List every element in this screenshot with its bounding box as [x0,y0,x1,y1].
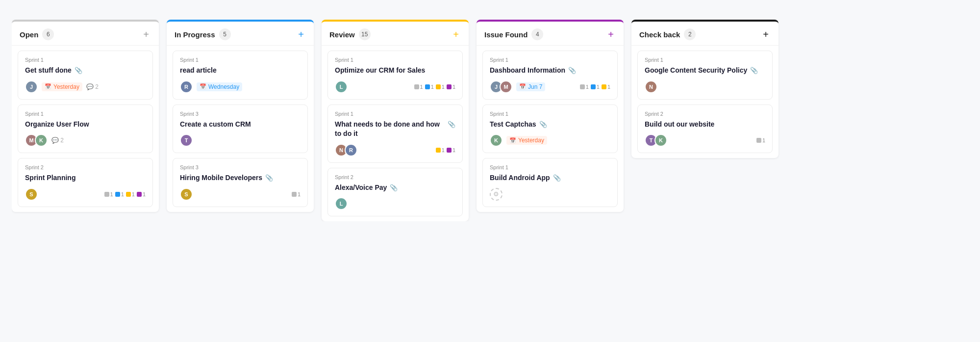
card-footer: ⚙ [490,188,610,201]
card[interactable]: Sprint 1Test Captchas📎K📅Yesterday [482,105,618,154]
card-title: Test Captchas [490,120,536,130]
card-sprint: Sprint 1 [645,57,765,63]
card-title: Create a custom CRM [180,120,251,130]
card[interactable]: Sprint 1Build Android App📎⚙ [482,158,618,207]
card[interactable]: Sprint 1Optimize our CRM for SalesL1111 [327,51,463,100]
card[interactable]: Sprint 1Organize User FlowMK💬 2 [18,105,153,154]
column-title-open: Open [20,30,38,39]
cards-in-progress: Sprint 1read articleR📅WednesdaySprint 3C… [167,46,314,212]
tag-dot: 1 [580,84,589,90]
column-check-back: Check back2+Sprint 1Google Content Secur… [631,20,779,158]
avatar: K [654,134,667,147]
avatar: R [180,80,193,93]
calendar-icon: 📅 [45,83,51,90]
card-footer: S1 [180,188,301,201]
avatar: J [25,80,38,93]
add-card-button-issue-found[interactable]: + [606,29,616,39]
tag-dot: 1 [126,191,135,197]
column-header-check-back: Check back2+ [631,22,779,46]
attachment-icon: 📎 [539,121,547,128]
tag-dot: 1 [447,84,455,90]
card-title: Google Content Security Policy [645,66,747,76]
comment-badge: 💬 2 [51,137,64,144]
calendar-icon: 📅 [200,83,206,90]
column-title-check-back: Check back [639,30,680,39]
card-footer: NR11 [335,144,455,157]
card-title-row: read article [180,66,301,76]
card[interactable]: Sprint 2Alexa/Voice Pay📎L [327,168,463,217]
card-title: Build Android App [490,173,550,183]
avatar-group: J [25,80,38,93]
card-title: Optimize our CRM for Sales [335,66,425,76]
card-footer: N [645,80,765,93]
card-title: What needs to be done and how to do it [335,120,445,139]
card-title: Organize User Flow [25,120,89,130]
avatar-group: NR [335,144,357,157]
tag-dot: 1 [602,84,610,90]
tag-dot: 1 [292,191,301,197]
card-title-row: Alexa/Voice Pay📎 [335,183,455,193]
avatar: K [490,134,503,147]
avatar: T [180,134,193,147]
tag-dot: 1 [137,191,146,197]
card-sprint: Sprint 1 [25,111,146,117]
add-card-button-open[interactable]: + [141,29,151,39]
column-header-issue-found: Issue Found4+ [477,22,624,46]
avatar: S [180,188,193,201]
tag-dot: 1 [414,84,423,90]
add-card-button-check-back[interactable]: + [761,29,771,39]
card[interactable]: Sprint 2Sprint PlanningS1111 [18,158,153,207]
card-title: Hiring Mobile Developers [180,173,262,183]
avatar-group: L [335,197,348,210]
card[interactable]: Sprint 3Create a custom CRMT [173,105,308,154]
card[interactable]: Sprint 2Build out our websiteTK1 [637,105,773,154]
date-text: Jun 7 [528,83,542,90]
avatar-group: R [180,80,193,93]
column-title-review: Review [329,30,355,39]
date-badge: 📅Yesterday [506,136,547,145]
tag-dot: 1 [104,191,113,197]
column-count-check-back: 2 [684,28,696,40]
column-header-in-progress: In Progress5+ [167,22,314,46]
card[interactable]: Sprint 1Dashboard Information📎JM📅Jun 711… [482,51,618,100]
card-title-row: What needs to be done and how to do it📎 [335,120,455,139]
card-title-row: Organize User Flow [25,120,146,130]
calendar-icon: 📅 [509,137,516,144]
avatar-group: S [25,188,38,201]
card-title-row: Dashboard Information📎 [490,66,610,76]
card-title-row: Optimize our CRM for Sales [335,66,455,76]
card[interactable]: Sprint 1read articleR📅Wednesday [173,51,308,100]
avatar-group: MK [25,134,48,147]
card-footer: JM📅Jun 7111 [490,80,610,93]
card-title: Dashboard Information [490,66,565,76]
tag-dots: 111 [580,84,610,90]
card[interactable]: Sprint 1Get stuff done📎J📅Yesterday💬 2 [18,51,153,100]
card-title-row: Google Content Security Policy📎 [645,66,765,76]
avatar: N [645,80,657,93]
add-card-button-review[interactable]: + [451,29,461,39]
card-sprint: Sprint 2 [25,164,146,170]
card-sprint: Sprint 2 [645,111,765,117]
attachment-icon: 📎 [750,67,758,74]
tag-dots: 1 [292,191,301,197]
calendar-icon: 📅 [519,83,526,90]
tag-dot: 1 [447,147,455,153]
card[interactable]: Sprint 1What needs to be done and how to… [327,105,463,163]
card-title-row: Get stuff done📎 [25,66,146,76]
card-footer: T [180,134,301,147]
date-badge: 📅Wednesday [197,82,242,91]
avatar-group: S [180,188,193,201]
card-footer: MK💬 2 [25,134,146,147]
card-title: Alexa/Voice Pay [335,183,387,193]
card[interactable]: Sprint 3Hiring Mobile Developers📎S1 [173,158,308,207]
avatar-group: K [490,134,503,147]
column-open: Open6+Sprint 1Get stuff done📎J📅Yesterday… [12,20,159,212]
add-card-button-in-progress[interactable]: + [296,29,306,39]
card-title-row: Build out our website [645,120,765,130]
card-sprint: Sprint 1 [335,57,455,63]
card-title-row: Create a custom CRM [180,120,301,130]
avatar: M [500,80,512,93]
card[interactable]: Sprint 1Google Content Security Policy📎N [637,51,773,100]
card-title-row: Build Android App📎 [490,173,610,183]
column-count-review: 15 [359,28,371,40]
